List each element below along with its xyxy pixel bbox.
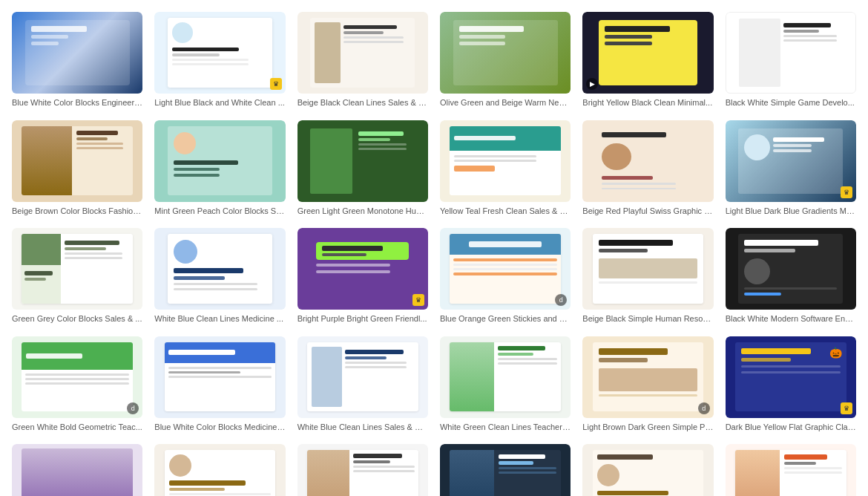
d-badge: d	[127, 402, 139, 414]
card-label: Black White Simple Game Develo...	[726, 97, 856, 108]
template-card[interactable]: Green Light Green Monotone Hum...	[297, 120, 428, 217]
card-thumbnail	[582, 228, 713, 310]
template-card[interactable]: Blue White Color Blocks Engineer ...	[12, 12, 142, 108]
card-thumbnail	[440, 336, 571, 418]
template-card[interactable]: White Blue Clean Lines Medicine ...	[154, 228, 285, 324]
card-label: Beige Black Simple Human Resour...	[582, 313, 713, 324]
card-thumbnail	[297, 120, 428, 202]
template-card[interactable]: Black White Simple Game Develo...	[726, 12, 856, 108]
template-card[interactable]: Beige Black Simple Human Resour...	[582, 228, 713, 324]
template-card[interactable]: Beige Brown Color Blocks Fashion ...	[12, 120, 142, 217]
card-thumbnail	[582, 444, 713, 496]
template-card[interactable]	[12, 444, 142, 496]
card-thumbnail	[154, 120, 285, 202]
card-thumbnail	[726, 228, 856, 310]
card-label: Bright Purple Bright Green Friendl...	[297, 313, 428, 324]
template-card[interactable]: Black White Modern Software Eng...	[726, 228, 856, 324]
card-thumbnail: ♛	[154, 12, 285, 94]
card-thumbnail	[297, 336, 428, 418]
card-label: Yellow Teal Fresh Clean Sales & M...	[440, 206, 571, 216]
card-label: Black White Modern Software Eng...	[726, 313, 856, 324]
template-card[interactable]: White Blue Clean Lines Sales & Ma...	[297, 336, 428, 433]
template-card[interactable]	[297, 444, 428, 496]
template-card[interactable]: Beige Black Clean Lines Sales & M...	[297, 12, 428, 108]
card-label: Olive Green and Beige Warm Neut...	[440, 97, 571, 108]
template-card[interactable]: d Green White Bold Geometric Teac...	[12, 336, 142, 433]
card-thumbnail	[440, 444, 571, 496]
template-card[interactable]: Mint Green Peach Color Blocks Sa...	[154, 120, 285, 217]
card-thumbnail: d	[582, 336, 713, 418]
card-thumbnail	[297, 444, 428, 496]
card-label: Green Light Green Monotone Hum...	[297, 206, 428, 216]
card-thumbnail: d	[12, 336, 142, 418]
crown-badge: ♛	[270, 78, 282, 90]
card-label: White Green Clean Lines Teacher ...	[440, 422, 571, 432]
template-card[interactable]: Blue White Color Blocks Medicine ...	[154, 336, 285, 433]
card-label: Light Blue Black and White Clean ...	[154, 97, 285, 108]
card-label: White Blue Clean Lines Medicine ...	[154, 313, 285, 324]
card-thumbnail	[154, 444, 285, 496]
template-card[interactable]	[440, 444, 571, 496]
card-thumbnail: ♛	[297, 228, 428, 310]
template-card[interactable]: ♛ Light Blue Black and White Clean ...	[154, 12, 285, 108]
card-label: Light Blue Dark Blue Gradients Ma...	[726, 206, 856, 216]
card-thumbnail	[440, 12, 571, 94]
card-label: Beige Brown Color Blocks Fashion ...	[12, 206, 142, 216]
card-label: Beige Black Clean Lines Sales & M...	[297, 97, 428, 108]
template-card[interactable]: ♛ Bright Purple Bright Green Friendl...	[297, 228, 428, 324]
card-thumbnail: ▶	[582, 12, 713, 94]
template-card[interactable]: Olive Green and Beige Warm Neut...	[440, 12, 571, 108]
card-thumbnail	[582, 120, 713, 202]
card-label: Bright Yellow Black Clean Minimal...	[582, 97, 713, 108]
card-thumbnail	[12, 444, 142, 496]
card-thumbnail	[297, 12, 428, 94]
card-thumbnail	[726, 444, 856, 496]
template-card[interactable]	[726, 444, 856, 496]
template-card[interactable]	[582, 444, 713, 496]
play-badge: ▶	[586, 78, 598, 90]
card-thumbnail	[154, 228, 285, 310]
crown-badge: ♛	[412, 294, 424, 306]
card-label: Blue White Color Blocks Medicine ...	[154, 422, 285, 432]
d-badge: d	[698, 402, 710, 414]
card-thumbnail	[726, 12, 856, 94]
template-card[interactable]: White Green Clean Lines Teacher ...	[440, 336, 571, 433]
card-label: Mint Green Peach Color Blocks Sa...	[154, 206, 285, 216]
template-card[interactable]: d Blue Orange Green Stickies and Sc...	[440, 228, 571, 324]
card-thumbnail	[440, 120, 571, 202]
card-label: Blue White Color Blocks Engineer ...	[12, 97, 142, 108]
card-label: Dark Blue Yellow Flat Graphic Clas...	[726, 422, 856, 432]
card-thumbnail: 🎃 ♛	[726, 336, 856, 418]
template-card[interactable]	[154, 444, 285, 496]
card-thumbnail: ♛	[726, 120, 856, 202]
card-thumbnail	[12, 12, 142, 94]
crown-badge: ♛	[841, 402, 852, 414]
template-card[interactable]: ▶ Bright Yellow Black Clean Minimal...	[582, 12, 713, 108]
card-label: Green Grey Color Blocks Sales & ...	[12, 313, 142, 324]
card-label: White Blue Clean Lines Sales & Ma...	[297, 422, 428, 432]
card-label: Green White Bold Geometric Teac...	[12, 422, 142, 432]
template-card[interactable]: Yellow Teal Fresh Clean Sales & M...	[440, 120, 571, 217]
template-card[interactable]: ♛ Light Blue Dark Blue Gradients Ma...	[726, 120, 856, 217]
template-card[interactable]: Green Grey Color Blocks Sales & ...	[12, 228, 142, 324]
card-thumbnail	[12, 228, 142, 310]
card-thumbnail	[154, 336, 285, 418]
template-card[interactable]: 🎃 ♛ Dark Blue Yellow Flat Graphic Clas..…	[726, 336, 856, 433]
card-thumbnail	[12, 120, 142, 202]
card-label: Blue Orange Green Stickies and Sc...	[440, 313, 571, 324]
template-grid: Blue White Color Blocks Engineer ... ♛ L…	[0, 0, 868, 496]
d-badge: d	[555, 294, 567, 306]
card-label: Beige Red Playful Swiss Graphic D...	[582, 206, 713, 216]
template-card[interactable]: d Light Brown Dark Green Simple Ph...	[582, 336, 713, 433]
crown-badge: ♛	[841, 186, 852, 198]
card-thumbnail: d	[440, 228, 571, 310]
card-label: Light Brown Dark Green Simple Ph...	[582, 422, 713, 432]
template-card[interactable]: Beige Red Playful Swiss Graphic D...	[582, 120, 713, 217]
